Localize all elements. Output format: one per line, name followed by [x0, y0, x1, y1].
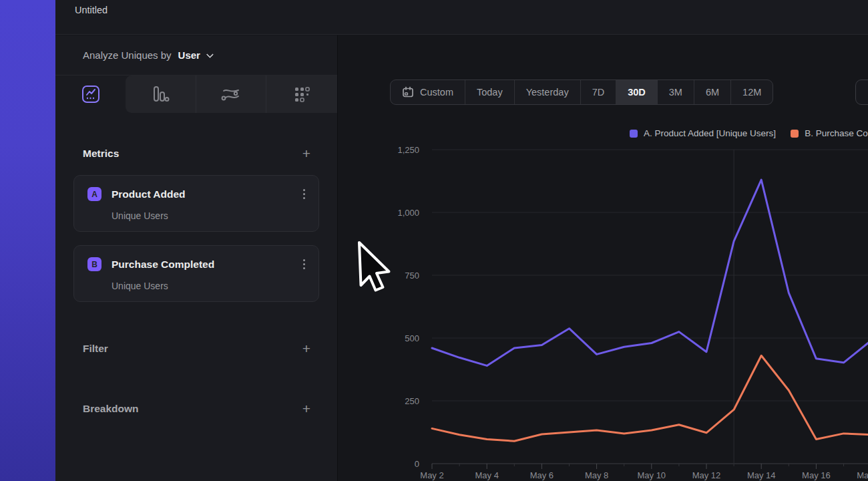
svg-text:May 14: May 14 — [747, 470, 776, 480]
metric-card-b[interactable]: B Purchase Completed Unique Users — [73, 245, 319, 302]
chart-panel: 02505007501,0001,250May 2May 4May 6May 8… — [338, 35, 868, 481]
svg-text:May 18: May 18 — [857, 470, 868, 480]
grid-dots-icon — [292, 86, 311, 103]
svg-text:May 2: May 2 — [420, 470, 443, 480]
range-custom[interactable]: Custom — [391, 80, 465, 104]
range-yesterday[interactable]: Yesterday — [515, 80, 581, 104]
report-title[interactable]: Untitled — [75, 5, 107, 15]
svg-text:0: 0 — [415, 459, 419, 469]
metric-name[interactable]: Product Added — [112, 188, 302, 200]
tab-flows[interactable] — [196, 75, 267, 113]
tab-line-chart[interactable] — [55, 75, 126, 113]
query-sidebar: Analyze Uniques by User — [55, 35, 337, 481]
svg-text:May 10: May 10 — [637, 470, 666, 480]
breakdown-section-header: Breakdown + — [83, 401, 310, 417]
metric-counting-method[interactable]: Unique Users — [112, 281, 306, 291]
svg-text:1,000: 1,000 — [397, 208, 419, 218]
app-window: Untitled Analyze Uniques by User — [0, 0, 868, 481]
legend-label-a: A. Product Added [Unique Users] — [644, 128, 776, 138]
tab-retention[interactable] — [266, 75, 337, 113]
range-3m[interactable]: 3M — [658, 80, 694, 104]
top-bar: Untitled — [55, 0, 868, 35]
svg-text:May 4: May 4 — [475, 470, 498, 480]
add-filter-button[interactable]: + — [302, 342, 310, 355]
svg-text:250: 250 — [405, 396, 419, 406]
breakdown-title: Breakdown — [83, 403, 139, 415]
metrics-section-header: Metrics + — [83, 146, 310, 162]
line-chart-icon — [81, 85, 100, 104]
chart-legend: A. Product Added [Unique Users] B. Purch… — [630, 128, 868, 138]
range-30d[interactable]: 30D — [616, 80, 658, 104]
svg-text:May 8: May 8 — [585, 470, 608, 480]
metric-options-button[interactable] — [302, 188, 306, 200]
svg-text:May 12: May 12 — [692, 470, 721, 480]
metric-options-button[interactable] — [302, 258, 306, 271]
analyze-by-dropdown[interactable]: User — [178, 49, 212, 61]
range-today[interactable]: Today — [465, 80, 515, 104]
metrics-title: Metrics — [83, 148, 119, 160]
svg-text:500: 500 — [405, 333, 419, 343]
metric-counting-method[interactable]: Unique Users — [112, 210, 306, 221]
compare-button[interactable]: Compare — [855, 79, 868, 105]
legend-item-b[interactable]: B. Purchase Completed [Unique Users] — [791, 128, 868, 138]
svg-text:1,250: 1,250 — [397, 145, 419, 155]
range-6m[interactable]: 6M — [694, 80, 731, 104]
analyze-row: Analyze Uniques by User — [55, 35, 337, 75]
metric-badge-b: B — [87, 257, 101, 271]
analyze-by-value[interactable]: User — [178, 49, 200, 61]
sidebar-content: Metrics + A Product Added Unique Users B… — [55, 146, 337, 417]
metric-card-a[interactable]: A Product Added Unique Users — [73, 175, 319, 232]
chart-type-tabs — [55, 75, 337, 113]
range-12m[interactable]: 12M — [731, 80, 773, 104]
chevron-down-icon — [206, 50, 214, 57]
svg-text:May 6: May 6 — [530, 470, 554, 480]
flows-icon — [221, 86, 241, 103]
filter-section-header: Filter + — [83, 341, 310, 357]
legend-swatch-a — [630, 130, 638, 138]
date-range-toolbar: Custom Today Yesterday 7D 30D 3M 6M 12M … — [390, 79, 773, 105]
svg-text:750: 750 — [405, 271, 419, 281]
date-range-group: Custom Today Yesterday 7D 30D 3M 6M 12M — [390, 79, 773, 105]
svg-text:May 16: May 16 — [802, 470, 831, 480]
add-metric-button[interactable]: + — [302, 147, 310, 160]
legend-item-a[interactable]: A. Product Added [Unique Users] — [630, 128, 776, 138]
metric-name[interactable]: Purchase Completed — [112, 259, 302, 271]
metric-badge-a: A — [87, 187, 101, 201]
legend-label-b: B. Purchase Completed [Unique Users] — [805, 128, 868, 138]
analyze-label: Analyze Uniques by — [83, 49, 172, 61]
calendar-icon — [402, 86, 414, 98]
range-7d[interactable]: 7D — [581, 80, 617, 104]
legend-swatch-b — [791, 130, 799, 138]
brand-gradient-rail — [0, 0, 55, 481]
filter-title: Filter — [83, 343, 108, 355]
bar-chart-icon — [151, 86, 170, 103]
add-breakdown-button[interactable]: + — [302, 402, 310, 416]
chart-type-tab-strip — [126, 75, 337, 113]
tab-bar-chart[interactable] — [126, 75, 196, 113]
